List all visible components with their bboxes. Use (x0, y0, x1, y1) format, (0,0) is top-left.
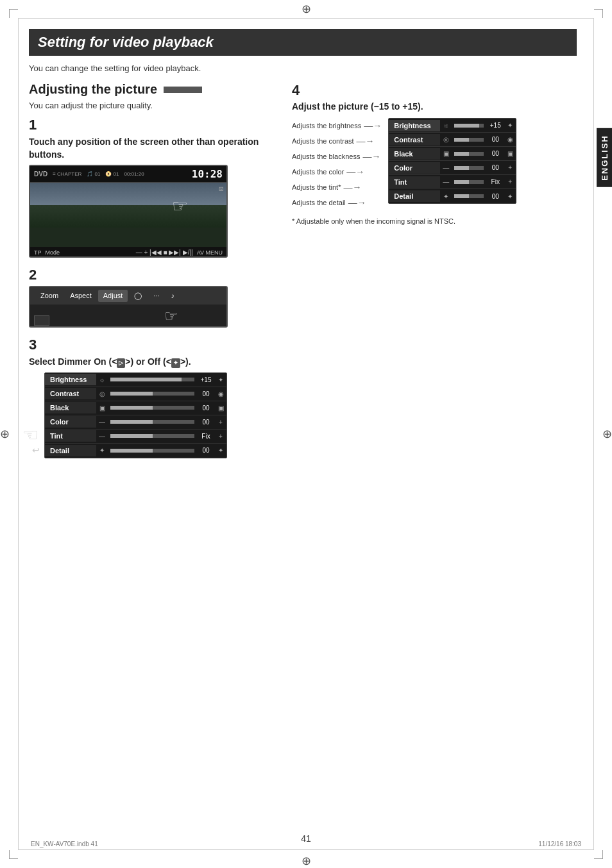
tint-value: Fix (197, 433, 215, 440)
brightness-label: Brightness (45, 374, 96, 385)
detail-bar (110, 449, 194, 453)
diagram-settings-inner: Brightness ☼ +15 ✦ Contrast ◎ (388, 118, 516, 204)
step-3: 3 Select Dimmer On (<▷>) or Off (<✦>). ☜… (29, 337, 279, 458)
brightness-value: +15 (197, 376, 215, 383)
section-heading: Adjusting the picture (29, 82, 279, 97)
page-title: Setting for video playback (29, 29, 577, 56)
step-3-text: Select Dimmer On (<▷>) or Off (<✦>). (29, 356, 279, 369)
control-icons: — + |◀◀ ■ ▶▶| ▶/|| (136, 249, 193, 256)
dvd-logo: DVD (34, 171, 47, 178)
black-bar (110, 406, 194, 410)
diagram-label-detail: Adjusts the detail —→ (292, 195, 382, 210)
dvd-header: DVD ≡ CHAPTER 🎵 01 📀 01 00:01:20 10:28 (30, 166, 226, 183)
diag-contrast-icon-right: ◉ (504, 136, 516, 143)
left-crosshair-icon: ⊕ (0, 428, 10, 440)
tint-bar-fill (110, 434, 153, 438)
dvd-screen-body: ☞ ⧆ (30, 183, 226, 247)
diag-color-bar (454, 166, 484, 170)
settings-row-tint: Tint — Fix + (45, 430, 226, 444)
diag-tint-icon-left: — (440, 178, 452, 185)
dvd-time-display: 10:28 (192, 168, 223, 180)
diagram-arrow-detail: —→ (348, 197, 366, 208)
step-1-number: 1 (29, 117, 279, 133)
diag-row-black: Black ▣ 00 ▣ (389, 147, 516, 161)
dvd-screen-mockup: DVD ≡ CHAPTER 🎵 01 📀 01 00:01:20 10:28 ☞ (29, 165, 228, 258)
black-bar-fill (110, 406, 153, 410)
dvd-chapter: ≡ CHAPTER (53, 171, 81, 177)
tp-label: TP (34, 249, 42, 256)
diag-black-label: Black (389, 148, 440, 160)
menu-aspect[interactable]: Aspect (65, 290, 97, 302)
diagram-label-black: Adjusts the blackness —→ (292, 149, 382, 164)
diagram-label-brightness: Adjusts the brightness —→ (292, 118, 382, 133)
step-4: 4 Adjust the picture (−15 to +15). Adjus… (292, 82, 577, 226)
right-column: 4 Adjust the picture (−15 to +15). Adjus… (292, 82, 577, 467)
bottom-right-info: 11/12/16 18:03 (538, 840, 581, 847)
diag-tint-value: Fix (486, 178, 504, 185)
diag-detail-bar (454, 194, 484, 198)
step-4-number: 4 (292, 82, 577, 99)
menu-dots[interactable]: ··· (148, 290, 164, 302)
diagram-label-tint: Adjusts the tint* —→ (292, 179, 382, 195)
step-3-number: 3 (29, 337, 279, 353)
diag-detail-value: 00 (486, 193, 504, 200)
left-crosshair: ⊕ (0, 427, 10, 441)
step3-back-icon: ↩ (32, 445, 40, 455)
detail-icon-right: ✦ (215, 447, 226, 454)
step3-hand-icon: ☜ (22, 424, 38, 446)
diag-contrast-value: 00 (486, 136, 504, 143)
footnote: * Adjustable only when the incoming sign… (292, 217, 577, 226)
diagram-arrow-black: —→ (362, 151, 380, 162)
diag-row-tint: Tint — Fix + (389, 175, 516, 189)
diag-brightness-bar (454, 124, 484, 128)
diagram-label-black-text: Adjusts the blackness (292, 153, 360, 160)
diagram-arrow-tint: —→ (343, 182, 361, 192)
intro-text: You can change the setting for video pla… (29, 63, 577, 73)
touch-hand-icon: ☞ (172, 196, 188, 217)
left-column: Adjusting the picture You can adjust the… (29, 82, 279, 467)
tint-icon-left: — (96, 433, 108, 440)
detail-bar-fill (110, 449, 153, 453)
diagram-label-tint-text: Adjusts the tint* (292, 183, 341, 191)
diag-black-bar (454, 152, 484, 156)
bottom-crosshair-icon: ⊕ (302, 855, 311, 867)
contrast-icon-right: ◉ (215, 390, 226, 397)
diag-row-color: Color — 00 + (389, 161, 516, 175)
bottom-left-info: EN_KW-AV70E.indb 41 (31, 840, 98, 847)
diag-color-icon-right: + (504, 164, 516, 171)
right-crosshair: ⊕ (602, 427, 612, 441)
diag-color-bar-fill (454, 166, 469, 170)
screen-ground (30, 205, 226, 228)
menu-zoom[interactable]: Zoom (35, 290, 64, 302)
corner-mark-br (594, 850, 603, 859)
contrast-label: Contrast (45, 388, 96, 399)
diag-color-label: Color (389, 162, 440, 174)
mode-label: Mode (46, 249, 60, 256)
page-number: 41 (301, 833, 311, 844)
bottom-crosshair: ⊕ (302, 854, 311, 868)
diagram-label-contrast: Adjusts the contrast —→ (292, 133, 382, 149)
diag-black-icon-left: ▣ (440, 150, 452, 157)
menu-adjust[interactable]: Adjust (98, 290, 128, 302)
screen-icon-topright: ⧆ (219, 184, 224, 193)
contrast-icon-left: ◎ (96, 390, 108, 397)
dvd-time: 00:01:20 (124, 171, 144, 177)
diag-black-value: 00 (486, 150, 504, 157)
diag-detail-label: Detail (389, 190, 440, 202)
page-border-right (593, 18, 594, 850)
step-2: 2 Zoom Aspect Adjust ◯ ··· ♪ ☞ (29, 267, 279, 328)
detail-value: 00 (197, 447, 215, 454)
dvd-track: 🎵 01 (87, 171, 100, 177)
menu-circle[interactable]: ◯ (129, 290, 147, 302)
diag-tint-label: Tint (389, 176, 440, 188)
detail-icon-left: ✦ (96, 447, 108, 454)
black-label: Black (45, 402, 96, 413)
diag-contrast-bar-fill (454, 138, 469, 142)
diagram-arrow-contrast: —→ (357, 136, 375, 146)
menu-music[interactable]: ♪ (166, 290, 180, 302)
contrast-value: 00 (197, 390, 215, 397)
diagram-label-brightness-text: Adjusts the brightness (292, 122, 361, 129)
screen-sky (30, 183, 226, 205)
english-tab: ENGLISH (597, 128, 612, 187)
tint-icon-right: + (215, 433, 226, 440)
